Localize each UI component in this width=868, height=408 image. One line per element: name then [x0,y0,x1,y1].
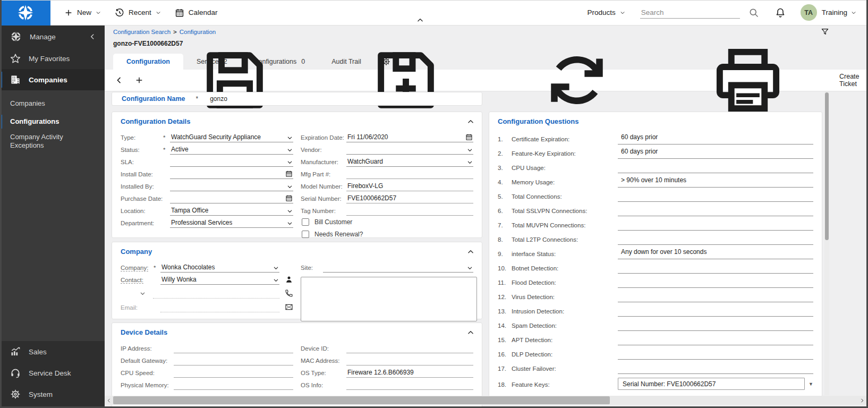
collapse-pod-chevron[interactable] [467,329,474,336]
products-menu-button[interactable]: Products [587,8,625,16]
collapse-pod-chevron[interactable] [467,248,474,256]
scroll-right-arrow[interactable] [858,398,866,403]
breadcrumb-link-configuration[interactable]: Configuration [180,29,216,35]
breadcrumb-link-configuration-search[interactable]: Configuration Search [113,29,171,35]
serial-number-field[interactable]: FVE1000662D57 [346,193,473,203]
notifications-bell-icon[interactable] [775,7,786,18]
question-answer-field[interactable] [618,348,813,360]
bill-customer-checkbox[interactable] [302,218,309,226]
question-answer-field[interactable] [618,363,813,374]
refresh-button[interactable] [491,70,662,91]
sidebar-item-my-favorites[interactable]: My Favorites [0,48,105,69]
horizontal-scrollbar-thumb[interactable] [113,396,610,404]
horizontal-scrollbar[interactable] [105,396,866,405]
sidebar-item-system[interactable]: System [0,384,105,405]
physical-memory-field[interactable] [174,379,293,390]
contact-label[interactable]: Contact: [121,277,154,285]
phone-field[interactable] [153,288,279,299]
question-answer-field[interactable] [618,262,813,274]
question-answer-field[interactable] [618,191,813,202]
filter-funnel-icon[interactable] [821,28,829,36]
calendar-icon[interactable] [285,170,293,177]
create-ticket-button[interactable]: Create Ticket [833,70,865,91]
sidebar-item-sales[interactable]: Sales [0,341,105,362]
question-answer-field[interactable] [618,219,813,231]
avatar[interactable]: TA [801,4,817,21]
phone-type-dropdown-chevron[interactable] [140,291,146,296]
sla-dropdown[interactable] [170,156,293,167]
save-and-add-button[interactable] [320,70,491,91]
submenu-item-companies[interactable]: Companies [0,95,105,113]
collapse-topbar-chevron[interactable] [416,16,424,24]
dropdown-arrow-icon[interactable]: ▼ [805,381,813,390]
person-icon[interactable] [285,275,293,284]
recent-menu-button[interactable]: Recent [115,8,161,18]
question-answer-field[interactable] [618,205,813,216]
search-input[interactable] [640,7,740,19]
device-id-field[interactable] [346,343,473,353]
contact-dropdown[interactable]: Willy Wonka [160,274,279,285]
question-answer-field[interactable]: > 90% over 10 minutes [618,176,813,188]
status-dropdown[interactable]: Active [170,144,293,155]
department-dropdown[interactable]: Professional Services [170,217,293,228]
company-label[interactable]: Company: [121,265,154,273]
question-answer-field[interactable] [618,277,813,288]
save-button[interactable] [149,70,320,91]
vertical-scrollbar-thumb[interactable] [825,92,829,240]
tag-number-field[interactable] [346,205,473,216]
envelope-icon[interactable] [285,303,293,311]
horizontal-scrollbar-track[interactable] [113,396,858,405]
cpu-speed-field[interactable] [174,367,293,378]
configuration-name-field[interactable]: gonzo [210,95,227,103]
question-answer-textarea[interactable]: Serial Number: FVE1000662D57 [618,378,805,390]
manufacturer-dropdown[interactable]: WatchGuard [346,156,473,167]
ip-address-field[interactable] [174,343,293,353]
add-button[interactable] [129,70,149,91]
back-button[interactable] [109,70,129,91]
location-dropdown[interactable]: Tampa Office [170,205,293,216]
search-icon[interactable] [748,7,759,18]
print-button[interactable] [662,70,833,91]
question-answer-field[interactable] [618,291,813,302]
question-answer-field[interactable]: 60 days prior [618,133,813,144]
needs-renewal-checkbox[interactable] [302,231,309,238]
sidebar-item-manage[interactable]: Manage [0,26,105,48]
email-field[interactable] [160,302,279,312]
installed-by-dropdown[interactable] [170,181,293,191]
os-type-field[interactable]: Fireware 12.6.B606939 [346,367,473,378]
copy-button[interactable] [865,70,868,91]
submenu-item-company-activity-exceptions[interactable]: Company Activity Exceptions [0,131,98,152]
question-answer-field[interactable] [618,334,813,345]
type-dropdown[interactable]: WatchGuard Security Appliance [170,132,293,142]
submenu-item-configurations[interactable]: Configurations [0,113,105,131]
sidebar-item-service-desk[interactable]: Service Desk [0,362,105,384]
app-logo[interactable] [0,0,50,26]
phone-icon[interactable] [285,289,293,298]
purchase-date-field[interactable] [170,193,293,203]
scroll-left-arrow[interactable] [105,398,113,403]
calendar-button[interactable]: Calendar [175,8,218,18]
company-dropdown[interactable]: Wonka Chocolates [160,262,279,273]
default-gateway-field[interactable] [174,355,293,366]
os-info-field[interactable] [346,379,473,390]
mac-address-field[interactable] [346,355,473,366]
question-answer-field[interactable]: Any down for over 10 seconds [618,248,813,259]
site-dropdown[interactable] [323,262,473,273]
calendar-icon[interactable] [285,194,293,202]
install-date-field[interactable] [170,168,293,179]
question-answer-field[interactable]: 60 days prior [618,148,813,159]
account-menu-button[interactable]: Training [822,8,856,16]
question-answer-field[interactable] [618,320,813,331]
question-answer-field[interactable] [618,162,813,173]
mfg-part-field[interactable] [346,168,473,179]
question-answer-field[interactable] [618,305,813,317]
collapse-pod-chevron[interactable] [467,118,474,125]
vertical-scrollbar[interactable] [824,91,829,395]
vendor-dropdown[interactable] [346,144,473,155]
new-menu-button[interactable]: New [64,8,101,17]
collapse-sidebar-chevron[interactable] [89,33,96,40]
model-number-field[interactable]: FireboxV-LG [346,181,473,191]
site-address-box[interactable] [301,277,477,321]
calendar-icon[interactable] [465,133,473,141]
expiration-date-field[interactable]: Fri 11/06/2020 [346,132,473,142]
